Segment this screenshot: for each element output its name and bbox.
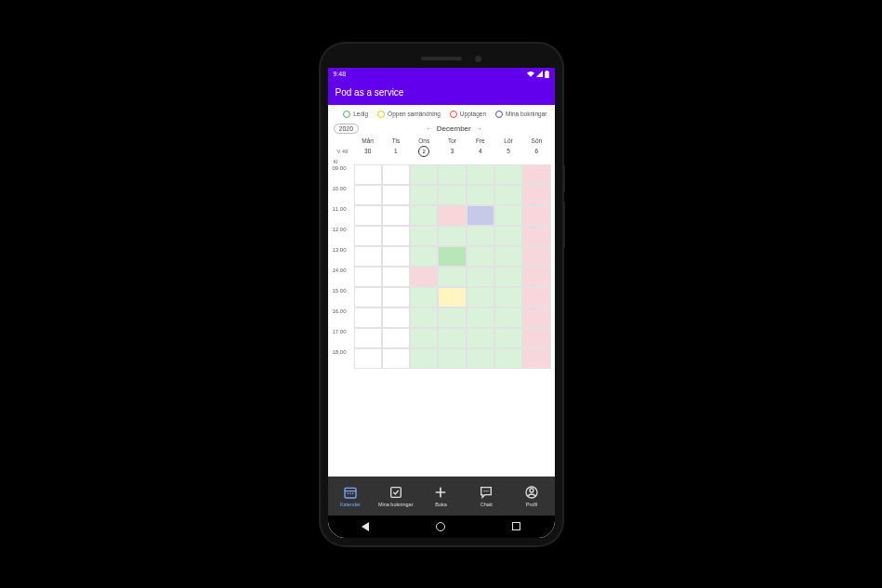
calendar-cell[interactable] [438, 246, 466, 267]
calendar-cell[interactable] [494, 307, 522, 328]
calendar-cell[interactable] [410, 287, 438, 307]
nav-chatt[interactable]: Chatt [464, 477, 509, 516]
nav-mina-bokningar[interactable]: Mina bokningar [373, 477, 418, 516]
calendar-cell[interactable] [382, 246, 410, 267]
calendar-cell[interactable] [382, 348, 410, 369]
calendar-cell[interactable] [354, 205, 382, 226]
calendar-cell[interactable] [410, 307, 438, 328]
calendar-cell[interactable] [522, 348, 550, 369]
calendar-cell[interactable] [467, 246, 494, 267]
nav-boka[interactable]: Boka [418, 477, 464, 516]
calendar-cell[interactable] [382, 328, 410, 348]
calendar-cell[interactable] [467, 267, 494, 287]
calendar-cell[interactable] [382, 205, 410, 226]
calendar-cell[interactable] [522, 287, 550, 307]
calendar-cell[interactable] [522, 328, 550, 348]
calendar-cell[interactable] [354, 185, 382, 205]
calendar-cell[interactable] [410, 205, 438, 226]
calendar-cell[interactable] [494, 205, 522, 226]
date-cell[interactable]: 4 [467, 148, 494, 154]
recent-button[interactable] [512, 522, 520, 530]
calendar-cell[interactable] [494, 246, 522, 267]
screen: 9:48 Pod as a service Ledig Öppen samänd… [328, 68, 555, 538]
prev-month-button[interactable]: ← [426, 124, 433, 133]
bottom-nav: Kalender Mina bokningar Boka Chatt Profi… [328, 477, 555, 516]
legend-oppen: Öppen samändning [377, 111, 441, 118]
calendar-cell[interactable] [494, 348, 522, 369]
calendar-cell[interactable] [354, 328, 382, 348]
calendar-cell[interactable] [467, 164, 494, 185]
calendar-cell[interactable] [522, 267, 550, 287]
calendar-cell[interactable] [410, 185, 438, 205]
calendar-cell[interactable] [382, 267, 410, 287]
calendar-cell[interactable] [382, 307, 410, 328]
calendar-cell[interactable] [494, 328, 522, 348]
calendar-cell[interactable] [522, 185, 550, 205]
calendar-cell[interactable] [467, 287, 494, 307]
date-cell[interactable]: 5 [494, 148, 522, 154]
calendar-cell[interactable] [354, 287, 382, 307]
calendar-cell[interactable] [438, 267, 466, 287]
calendar-cell[interactable] [410, 226, 438, 246]
calendar-cell[interactable] [438, 185, 466, 205]
circle-icon [450, 111, 457, 118]
calendar-cell[interactable] [438, 205, 466, 226]
next-month-button[interactable]: → [475, 124, 482, 133]
calendar-cell[interactable] [382, 164, 410, 185]
calendar-cell[interactable] [467, 205, 494, 226]
calendar-cell[interactable] [354, 226, 382, 246]
calendar-cell[interactable] [467, 307, 494, 328]
calendar-cell[interactable] [467, 348, 494, 369]
calendar-cell[interactable] [354, 164, 382, 185]
calendar-cell[interactable] [438, 348, 466, 369]
calendar-cell[interactable] [467, 328, 494, 348]
calendar-cell[interactable] [522, 246, 550, 267]
date-cell[interactable]: 30 [354, 148, 382, 154]
calendar-cell[interactable] [410, 246, 438, 267]
calendar-cell[interactable] [438, 164, 466, 185]
calendar-cell[interactable] [410, 164, 438, 185]
calendar-cell[interactable] [522, 164, 550, 185]
calendar-cell[interactable] [494, 164, 522, 185]
calendar-cell[interactable] [354, 307, 382, 328]
nav-profil[interactable]: Profil [509, 477, 555, 516]
home-button[interactable] [436, 522, 445, 531]
date-cell[interactable]: 1 [382, 148, 410, 154]
week-label: V.49 [332, 149, 354, 154]
calendar-cell[interactable] [410, 267, 438, 287]
calendar-cell[interactable] [522, 205, 550, 226]
calendar-cell[interactable] [494, 226, 522, 246]
calendar-cell[interactable] [382, 185, 410, 205]
calendar-cell[interactable] [354, 348, 382, 369]
svg-rect-5 [390, 487, 401, 497]
calendar-cell[interactable] [522, 307, 550, 328]
calendar-cell[interactable] [438, 287, 466, 307]
year-button[interactable]: 2020 [334, 124, 360, 134]
calendar-cell[interactable] [410, 348, 438, 369]
date-cell[interactable]: 3 [438, 148, 466, 154]
date-cell[interactable]: 6 [522, 148, 550, 154]
calendar-grid[interactable]: 09.0010.0011.0012.0013.0014.0015.0016.00… [332, 164, 551, 369]
calendar-cell[interactable] [438, 307, 466, 328]
month-selector: 2020 ← December → [328, 122, 555, 136]
time-label: 16.00 [332, 307, 354, 328]
date-today[interactable]: 2 [418, 146, 429, 157]
calendar-cell[interactable] [494, 185, 522, 205]
calendar-cell[interactable] [467, 185, 494, 205]
calendar-cell[interactable] [467, 226, 494, 246]
calendar-cell[interactable] [494, 287, 522, 307]
weekday-label: Tis [382, 136, 410, 146]
circle-icon [495, 111, 503, 118]
calendar-cell[interactable] [354, 246, 382, 267]
phone-side-button [562, 164, 565, 192]
calendar-cell[interactable] [438, 226, 466, 246]
calendar-cell[interactable] [354, 267, 382, 287]
calendar-cell[interactable] [382, 226, 410, 246]
nav-kalender[interactable]: Kalender [328, 477, 374, 516]
calendar-cell[interactable] [494, 267, 522, 287]
calendar-cell[interactable] [438, 328, 466, 348]
calendar-cell[interactable] [522, 226, 550, 246]
calendar-cell[interactable] [382, 287, 410, 307]
calendar-cell[interactable] [410, 328, 438, 348]
back-button[interactable] [362, 522, 369, 531]
